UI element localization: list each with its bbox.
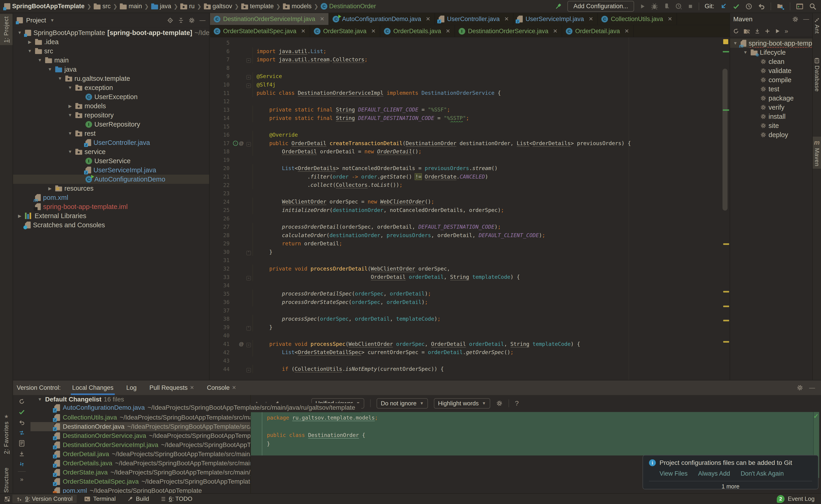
chevron-down-icon[interactable]: ▼ bbox=[49, 18, 55, 23]
editor-tab[interactable]: CAutoConfigurationDemo.java✕ bbox=[329, 13, 435, 25]
debug-icon[interactable] bbox=[651, 3, 658, 10]
stripe-button-maven[interactable]: mMaven bbox=[813, 137, 821, 169]
tree-item[interactable]: JUserController.java bbox=[13, 138, 209, 147]
highlight-mode-dropdown[interactable]: Highlight words▼ bbox=[434, 398, 490, 409]
changed-file-row[interactable]: JOrderDetail.java~/IdeaProjects/SpringBo… bbox=[30, 450, 251, 459]
download-sources-icon[interactable] bbox=[754, 28, 760, 34]
collapse-all-icon[interactable] bbox=[178, 17, 184, 23]
tree-item[interactable]: ▼java bbox=[13, 65, 209, 74]
tree-item[interactable]: CUserException bbox=[13, 92, 209, 101]
shelve-icon[interactable] bbox=[19, 461, 25, 467]
tree-item[interactable]: IUserService bbox=[13, 156, 209, 165]
tree-toggle-icon[interactable]: ▶ bbox=[47, 186, 53, 191]
tree-item[interactable]: ▼service bbox=[13, 147, 209, 156]
tree-toggle-icon[interactable]: ▼ bbox=[67, 85, 73, 90]
tree-item[interactable]: spring-boot-app-template.iml bbox=[13, 202, 209, 211]
run-maven-goal-icon[interactable] bbox=[775, 28, 780, 34]
tool-window-switcher-icon[interactable] bbox=[4, 496, 10, 502]
statusbar-button-terminal[interactable]: Terminal bbox=[80, 495, 120, 503]
notification-action-don-t-ask-again[interactable]: Don't Ask Again bbox=[741, 470, 784, 477]
maven-goal-validate[interactable]: validate bbox=[730, 66, 812, 75]
refresh-icon[interactable] bbox=[19, 398, 25, 405]
fold-marker-icon[interactable]: − bbox=[247, 368, 251, 372]
breadcrumb-item[interactable]: CDestinationOrder bbox=[321, 3, 376, 10]
build-project-icon[interactable] bbox=[554, 3, 562, 10]
commit-icon[interactable] bbox=[733, 3, 740, 10]
stripe-button-favorites[interactable]: ★2: Favorites bbox=[0, 411, 13, 456]
generate-sources-icon[interactable] bbox=[743, 28, 750, 34]
tree-toggle-icon[interactable]: ▶ bbox=[67, 103, 73, 109]
locate-file-icon[interactable] bbox=[167, 17, 173, 24]
close-tab-icon[interactable]: ✕ bbox=[588, 16, 593, 22]
tree-item[interactable]: ▼SpringBootAppTemplate [spring-boot-app-… bbox=[13, 28, 209, 37]
tree-item[interactable]: ▶.idea bbox=[13, 37, 209, 46]
maven-project-root[interactable]: ▼mspring-boot-app-temp bbox=[730, 39, 812, 48]
statusbar-button-build[interactable]: Build bbox=[123, 495, 153, 503]
maven-lifecycle-node[interactable]: ▼Lifecycle bbox=[730, 48, 812, 57]
editor-tab[interactable]: COrderStateDetailSpec.java✕ bbox=[210, 25, 310, 37]
editor-tab[interactable]: JUserServiceImpl.java✕ bbox=[513, 13, 598, 25]
editor-tab[interactable]: COrderDetails.java✕ bbox=[380, 25, 455, 37]
notification-more-link[interactable]: 1 more bbox=[649, 481, 812, 490]
vcs-tab-console[interactable]: Console✕ bbox=[206, 380, 238, 395]
help-icon[interactable]: ? bbox=[515, 399, 519, 407]
tree-item[interactable]: ▼ru.galtsov.template bbox=[13, 74, 209, 83]
event-log-button[interactable]: 2 Event Log bbox=[777, 495, 817, 503]
stop-icon[interactable] bbox=[688, 4, 693, 9]
tree-toggle-icon[interactable]: ▼ bbox=[37, 58, 43, 63]
tree-toggle-icon[interactable]: ▼ bbox=[67, 131, 73, 136]
close-tab-icon[interactable]: ✕ bbox=[371, 28, 376, 34]
hovered-file-row[interactable]: JAutoConfigurationDemo.java~/IdeaProject… bbox=[54, 403, 361, 412]
close-tab-icon[interactable]: ✕ bbox=[553, 28, 557, 34]
tree-toggle-icon[interactable]: ▼ bbox=[27, 49, 33, 54]
changed-file-row[interactable]: JOrderState.java~/IdeaProjects/SpringBoo… bbox=[30, 468, 251, 477]
unshelve-icon[interactable] bbox=[19, 451, 25, 457]
statusbar-button-6-todo[interactable]: 6: TODO bbox=[156, 495, 196, 503]
maven-goal-package[interactable]: package bbox=[730, 94, 812, 103]
remote-host-icon[interactable] bbox=[777, 3, 784, 10]
tree-item[interactable]: ▼src bbox=[13, 46, 209, 56]
add-maven-project-icon[interactable] bbox=[764, 28, 770, 34]
tree-item[interactable]: IUserRepository bbox=[13, 120, 209, 129]
hide-panel-icon[interactable]: — bbox=[199, 17, 206, 24]
tree-item[interactable]: mpom.xml bbox=[13, 193, 209, 202]
diff-settings-gear-icon[interactable] bbox=[496, 400, 503, 406]
changed-file-row[interactable]: JOrderStateDetailSpec.java~/IdeaProjects… bbox=[30, 477, 251, 486]
stripe-button-project[interactable]: 1: Project bbox=[0, 14, 13, 45]
fold-marker-icon[interactable]: − bbox=[247, 84, 251, 88]
fold-marker-icon[interactable]: ˆ bbox=[247, 326, 251, 331]
tree-item[interactable]: CAutoConfigurationDemo bbox=[13, 175, 209, 184]
close-tab-icon[interactable]: ✕ bbox=[320, 16, 324, 22]
close-tab-icon[interactable]: ✕ bbox=[446, 28, 450, 34]
fold-marker-icon[interactable]: − bbox=[247, 58, 251, 63]
tree-item[interactable]: ▶resources bbox=[13, 184, 209, 193]
compare-icon[interactable] bbox=[19, 430, 25, 436]
code-editor[interactable]: 56import java.util.List;7−import java.ut… bbox=[210, 37, 730, 380]
tree-item[interactable]: ▶External Libraries bbox=[13, 211, 209, 220]
fold-marker-icon[interactable]: − bbox=[247, 142, 251, 146]
editor-tab[interactable]: IDestinationOrderService.java✕ bbox=[455, 25, 562, 37]
close-tab-icon[interactable]: ✕ bbox=[190, 385, 194, 391]
tree-toggle-icon[interactable]: ▼ bbox=[47, 67, 53, 72]
hide-panel-icon[interactable]: — bbox=[809, 384, 815, 391]
notification-action-view-files[interactable]: View Files bbox=[660, 470, 688, 477]
hide-panel-icon[interactable]: — bbox=[803, 16, 809, 23]
tree-item[interactable]: Scratches and Consoles bbox=[13, 220, 209, 230]
rollback-icon[interactable] bbox=[758, 3, 765, 10]
rollback-icon[interactable] bbox=[19, 419, 25, 426]
close-tab-icon[interactable]: ✕ bbox=[668, 16, 672, 22]
preview-diff-icon[interactable] bbox=[19, 440, 25, 447]
more-icon[interactable]: » bbox=[785, 27, 788, 35]
maven-goal-install[interactable]: install bbox=[730, 112, 812, 121]
breadcrumb-item[interactable]: ru bbox=[180, 3, 194, 10]
profile-icon[interactable] bbox=[675, 3, 682, 10]
add-configuration-button[interactable]: Add Configuration... bbox=[567, 1, 634, 12]
fold-marker-icon[interactable]: ˆ bbox=[247, 251, 251, 255]
gear-icon[interactable] bbox=[797, 385, 803, 391]
breadcrumb-item[interactable]: models bbox=[283, 3, 312, 10]
fold-marker-icon[interactable]: − bbox=[247, 276, 251, 280]
project-view-selector[interactable]: Project bbox=[26, 17, 46, 24]
close-tab-icon[interactable]: ✕ bbox=[301, 28, 306, 34]
tree-toggle-icon[interactable]: ▼ bbox=[67, 113, 73, 118]
history-icon[interactable] bbox=[745, 3, 752, 10]
